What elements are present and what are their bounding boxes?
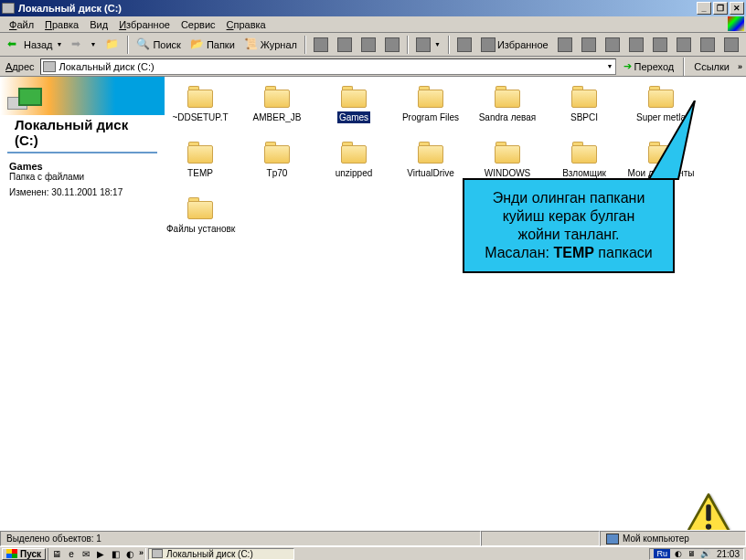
ql-outlook-icon[interactable]: ✉ <box>80 548 92 560</box>
tray-icon-2[interactable]: 🖥 <box>687 549 698 559</box>
folder-item[interactable]: unzipped <box>318 140 389 179</box>
folder-icon <box>416 140 445 165</box>
favorites-button[interactable]: Избранное <box>477 35 552 55</box>
address-input[interactable]: Локальный диск (C:) ▼ <box>40 58 616 75</box>
clock[interactable]: 21:03 <box>714 549 740 559</box>
menu-help[interactable]: Справка <box>221 18 272 31</box>
svg-marker-0 <box>649 100 695 179</box>
tool-button-5[interactable] <box>697 35 719 55</box>
window-title: Локальный диск (C:) <box>18 3 122 14</box>
sidebar-title: Локальный диск (C:) <box>7 115 157 153</box>
callout-line: куйиш керак булган <box>472 207 666 226</box>
menu-tools[interactable]: Сервис <box>176 18 221 31</box>
folder-item[interactable]: Program Files <box>395 84 466 123</box>
copy-to-button[interactable] <box>334 35 356 55</box>
move-to-button[interactable] <box>310 35 332 55</box>
folder-label: Program Files <box>400 111 461 123</box>
ql-overflow[interactable]: » <box>138 548 144 560</box>
folder-item[interactable]: ~DDSETUP.T <box>165 84 236 123</box>
folder-icon <box>262 84 292 110</box>
home-icon <box>724 37 739 52</box>
menubar: Файл Правка Вид Избранное Сервис Справка <box>0 16 746 33</box>
folder-icon <box>262 140 292 165</box>
folder-item[interactable]: TEMP <box>165 140 236 179</box>
instruction-callout: Энди олинган папкани куйиш керак булган … <box>463 178 675 273</box>
menu-view[interactable]: Вид <box>84 18 113 31</box>
copy-button[interactable] <box>625 35 647 55</box>
language-indicator[interactable]: Ru <box>654 549 670 558</box>
info-sidebar: Локальный диск (C:) Games Папка с файлам… <box>0 77 165 530</box>
tool-button-1[interactable] <box>453 35 475 55</box>
tool-button-4[interactable] <box>673 35 695 55</box>
disk-icon <box>2 3 15 14</box>
status-selection: Выделено объектов: 1 <box>0 531 481 546</box>
forward-icon <box>71 37 86 52</box>
folder-item[interactable]: AMBER_JB <box>241 84 313 123</box>
ql-desktop-icon[interactable]: 🖥 <box>50 548 63 560</box>
tool-button-3[interactable] <box>578 35 600 55</box>
taskbar-task[interactable]: Локальный диск (C:) <box>148 548 294 560</box>
menu-edit[interactable]: Правка <box>39 18 84 31</box>
ql-ie-icon[interactable]: e <box>65 548 78 560</box>
folders-button[interactable]: Папки <box>186 35 239 55</box>
titlebar: Локальный диск (C:) _ ❐ ✕ <box>0 0 746 16</box>
ql-media-icon[interactable]: ▶ <box>94 548 107 560</box>
undo-icon <box>385 37 400 52</box>
status-bar: Выделено объектов: 1 Мой компьютер <box>0 530 746 546</box>
menu-file[interactable]: Файл <box>4 18 39 31</box>
history-button[interactable]: Журнал <box>240 35 301 55</box>
delete-icon <box>361 37 376 52</box>
folder-item[interactable]: Tp70 <box>241 140 313 179</box>
favorites-icon <box>481 37 496 52</box>
tray-icon-1[interactable]: ◐ <box>673 549 684 559</box>
undo-button[interactable] <box>381 35 403 55</box>
tray-icon-3[interactable]: 🔊 <box>700 549 711 559</box>
forward-button[interactable]: ▼ <box>68 35 100 55</box>
delete-button[interactable] <box>357 35 379 55</box>
overflow-chevron[interactable]: » <box>737 62 742 71</box>
paste-button[interactable] <box>649 35 671 55</box>
go-button[interactable]: ➔Переход <box>620 58 678 76</box>
tool-icon <box>700 37 715 52</box>
chevron-down-icon[interactable]: ▼ <box>607 63 613 69</box>
content-area: Локальный диск (C:) Games Папка с файлам… <box>0 77 746 530</box>
ql-app1-icon[interactable]: ◧ <box>109 548 122 560</box>
folder-label: SBPCI <box>569 111 600 123</box>
folder-icon <box>186 195 215 221</box>
system-tray: Ru ◐ 🖥 🔊 21:03 <box>649 548 744 560</box>
folder-icon <box>416 84 445 110</box>
views-button[interactable]: ▼ <box>412 35 444 55</box>
cut-button[interactable] <box>602 35 623 55</box>
folder-icon <box>570 84 599 110</box>
folder-item[interactable]: Games <box>318 84 389 123</box>
history-icon <box>244 37 259 52</box>
maximize-button[interactable]: ❐ <box>713 2 728 15</box>
folder-item[interactable]: Файлы установки Update <box>165 195 236 235</box>
home-button[interactable] <box>720 35 742 55</box>
close-button[interactable]: ✕ <box>730 2 744 15</box>
taskbar: Пуск 🖥 e ✉ ▶ ◧ ◐ » Локальный диск (C:) R… <box>0 546 746 560</box>
folder-item[interactable]: SBPCI <box>549 84 620 123</box>
windows-logo-icon <box>728 16 744 31</box>
folder-item[interactable]: Sandra левая <box>472 84 543 123</box>
up-button[interactable] <box>101 35 123 55</box>
move-to-icon <box>314 37 328 52</box>
minimize-button[interactable]: _ <box>697 2 711 15</box>
paste-icon <box>653 37 667 52</box>
menu-favorites[interactable]: Избранное <box>113 18 176 31</box>
folder-icon <box>493 140 522 165</box>
search-button[interactable]: Поиск <box>133 35 184 55</box>
folder-item[interactable]: Взломщик <box>549 140 620 179</box>
tool-button-2[interactable] <box>554 35 576 55</box>
ql-app2-icon[interactable]: ◐ <box>123 548 136 560</box>
folder-item[interactable]: VirtualDrive <box>395 140 466 179</box>
views-icon <box>416 37 431 52</box>
start-button[interactable]: Пуск <box>2 548 46 560</box>
back-button[interactable]: Назад▼ <box>4 35 66 55</box>
sidebar-banner <box>0 77 165 115</box>
windows-logo-icon <box>6 549 17 558</box>
address-bar: Адрес Локальный диск (C:) ▼ ➔Переход Ссы… <box>0 57 746 77</box>
links-label[interactable]: Ссылки <box>690 61 733 72</box>
folder-item[interactable]: WINDOWS <box>472 140 543 179</box>
computer-icon <box>606 534 619 544</box>
